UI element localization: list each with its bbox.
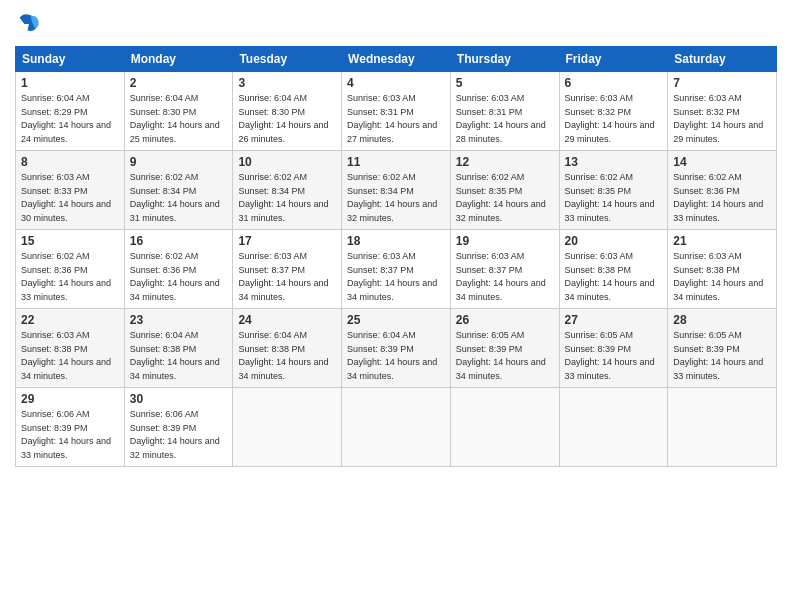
day-number: 11 <box>347 155 445 169</box>
day-number: 1 <box>21 76 119 90</box>
calendar-cell: 11Sunrise: 6:02 AMSunset: 8:34 PMDayligh… <box>342 151 451 230</box>
weekday-header-tuesday: Tuesday <box>233 47 342 72</box>
day-info: Sunrise: 6:02 AMSunset: 8:34 PMDaylight:… <box>130 171 228 225</box>
calendar-week-5: 29Sunrise: 6:06 AMSunset: 8:39 PMDayligh… <box>16 388 777 467</box>
calendar-week-4: 22Sunrise: 6:03 AMSunset: 8:38 PMDayligh… <box>16 309 777 388</box>
calendar-cell: 7Sunrise: 6:03 AMSunset: 8:32 PMDaylight… <box>668 72 777 151</box>
day-number: 12 <box>456 155 554 169</box>
day-number: 29 <box>21 392 119 406</box>
calendar-cell: 17Sunrise: 6:03 AMSunset: 8:37 PMDayligh… <box>233 230 342 309</box>
day-info: Sunrise: 6:04 AMSunset: 8:30 PMDaylight:… <box>238 92 336 146</box>
calendar-cell <box>233 388 342 467</box>
day-number: 24 <box>238 313 336 327</box>
day-number: 16 <box>130 234 228 248</box>
day-number: 6 <box>565 76 663 90</box>
calendar-cell: 15Sunrise: 6:02 AMSunset: 8:36 PMDayligh… <box>16 230 125 309</box>
weekday-header-sunday: Sunday <box>16 47 125 72</box>
calendar-cell: 16Sunrise: 6:02 AMSunset: 8:36 PMDayligh… <box>124 230 233 309</box>
calendar-cell: 18Sunrise: 6:03 AMSunset: 8:37 PMDayligh… <box>342 230 451 309</box>
day-info: Sunrise: 6:02 AMSunset: 8:36 PMDaylight:… <box>21 250 119 304</box>
calendar-cell: 20Sunrise: 6:03 AMSunset: 8:38 PMDayligh… <box>559 230 668 309</box>
calendar-cell: 24Sunrise: 6:04 AMSunset: 8:38 PMDayligh… <box>233 309 342 388</box>
calendar-cell: 2Sunrise: 6:04 AMSunset: 8:30 PMDaylight… <box>124 72 233 151</box>
weekday-header-row: SundayMondayTuesdayWednesdayThursdayFrid… <box>16 47 777 72</box>
calendar-cell: 27Sunrise: 6:05 AMSunset: 8:39 PMDayligh… <box>559 309 668 388</box>
day-info: Sunrise: 6:03 AMSunset: 8:37 PMDaylight:… <box>347 250 445 304</box>
calendar-cell: 28Sunrise: 6:05 AMSunset: 8:39 PMDayligh… <box>668 309 777 388</box>
day-number: 4 <box>347 76 445 90</box>
day-info: Sunrise: 6:02 AMSunset: 8:34 PMDaylight:… <box>347 171 445 225</box>
day-info: Sunrise: 6:03 AMSunset: 8:37 PMDaylight:… <box>456 250 554 304</box>
calendar-cell: 12Sunrise: 6:02 AMSunset: 8:35 PMDayligh… <box>450 151 559 230</box>
day-number: 5 <box>456 76 554 90</box>
day-number: 15 <box>21 234 119 248</box>
day-info: Sunrise: 6:04 AMSunset: 8:38 PMDaylight:… <box>238 329 336 383</box>
day-info: Sunrise: 6:02 AMSunset: 8:35 PMDaylight:… <box>456 171 554 225</box>
day-info: Sunrise: 6:05 AMSunset: 8:39 PMDaylight:… <box>565 329 663 383</box>
calendar-cell: 10Sunrise: 6:02 AMSunset: 8:34 PMDayligh… <box>233 151 342 230</box>
calendar-cell: 5Sunrise: 6:03 AMSunset: 8:31 PMDaylight… <box>450 72 559 151</box>
logo <box>15 10 47 38</box>
calendar-cell: 9Sunrise: 6:02 AMSunset: 8:34 PMDaylight… <box>124 151 233 230</box>
calendar-cell: 4Sunrise: 6:03 AMSunset: 8:31 PMDaylight… <box>342 72 451 151</box>
weekday-header-wednesday: Wednesday <box>342 47 451 72</box>
day-number: 2 <box>130 76 228 90</box>
weekday-header-friday: Friday <box>559 47 668 72</box>
day-number: 25 <box>347 313 445 327</box>
day-info: Sunrise: 6:06 AMSunset: 8:39 PMDaylight:… <box>130 408 228 462</box>
calendar-week-3: 15Sunrise: 6:02 AMSunset: 8:36 PMDayligh… <box>16 230 777 309</box>
calendar-cell: 8Sunrise: 6:03 AMSunset: 8:33 PMDaylight… <box>16 151 125 230</box>
day-number: 8 <box>21 155 119 169</box>
day-info: Sunrise: 6:04 AMSunset: 8:29 PMDaylight:… <box>21 92 119 146</box>
day-number: 19 <box>456 234 554 248</box>
day-info: Sunrise: 6:03 AMSunset: 8:37 PMDaylight:… <box>238 250 336 304</box>
day-number: 14 <box>673 155 771 169</box>
day-info: Sunrise: 6:02 AMSunset: 8:36 PMDaylight:… <box>673 171 771 225</box>
day-info: Sunrise: 6:03 AMSunset: 8:38 PMDaylight:… <box>565 250 663 304</box>
day-info: Sunrise: 6:02 AMSunset: 8:35 PMDaylight:… <box>565 171 663 225</box>
calendar-cell: 1Sunrise: 6:04 AMSunset: 8:29 PMDaylight… <box>16 72 125 151</box>
day-number: 23 <box>130 313 228 327</box>
day-number: 28 <box>673 313 771 327</box>
day-info: Sunrise: 6:03 AMSunset: 8:33 PMDaylight:… <box>21 171 119 225</box>
calendar-cell: 21Sunrise: 6:03 AMSunset: 8:38 PMDayligh… <box>668 230 777 309</box>
calendar-week-2: 8Sunrise: 6:03 AMSunset: 8:33 PMDaylight… <box>16 151 777 230</box>
day-info: Sunrise: 6:04 AMSunset: 8:39 PMDaylight:… <box>347 329 445 383</box>
calendar-cell: 22Sunrise: 6:03 AMSunset: 8:38 PMDayligh… <box>16 309 125 388</box>
calendar-cell: 23Sunrise: 6:04 AMSunset: 8:38 PMDayligh… <box>124 309 233 388</box>
day-number: 18 <box>347 234 445 248</box>
weekday-header-monday: Monday <box>124 47 233 72</box>
day-info: Sunrise: 6:03 AMSunset: 8:31 PMDaylight:… <box>456 92 554 146</box>
day-number: 22 <box>21 313 119 327</box>
weekday-header-thursday: Thursday <box>450 47 559 72</box>
calendar-cell <box>342 388 451 467</box>
calendar-cell <box>668 388 777 467</box>
calendar-cell: 6Sunrise: 6:03 AMSunset: 8:32 PMDaylight… <box>559 72 668 151</box>
day-info: Sunrise: 6:06 AMSunset: 8:39 PMDaylight:… <box>21 408 119 462</box>
day-number: 27 <box>565 313 663 327</box>
day-number: 26 <box>456 313 554 327</box>
day-info: Sunrise: 6:05 AMSunset: 8:39 PMDaylight:… <box>673 329 771 383</box>
day-info: Sunrise: 6:03 AMSunset: 8:32 PMDaylight:… <box>565 92 663 146</box>
calendar-cell: 29Sunrise: 6:06 AMSunset: 8:39 PMDayligh… <box>16 388 125 467</box>
day-number: 3 <box>238 76 336 90</box>
day-number: 17 <box>238 234 336 248</box>
day-info: Sunrise: 6:05 AMSunset: 8:39 PMDaylight:… <box>456 329 554 383</box>
day-number: 20 <box>565 234 663 248</box>
calendar-cell: 30Sunrise: 6:06 AMSunset: 8:39 PMDayligh… <box>124 388 233 467</box>
day-info: Sunrise: 6:03 AMSunset: 8:38 PMDaylight:… <box>21 329 119 383</box>
calendar-table: SundayMondayTuesdayWednesdayThursdayFrid… <box>15 46 777 467</box>
day-number: 7 <box>673 76 771 90</box>
day-number: 30 <box>130 392 228 406</box>
day-info: Sunrise: 6:03 AMSunset: 8:38 PMDaylight:… <box>673 250 771 304</box>
calendar-cell: 26Sunrise: 6:05 AMSunset: 8:39 PMDayligh… <box>450 309 559 388</box>
weekday-header-saturday: Saturday <box>668 47 777 72</box>
calendar-cell: 19Sunrise: 6:03 AMSunset: 8:37 PMDayligh… <box>450 230 559 309</box>
calendar-cell <box>559 388 668 467</box>
day-info: Sunrise: 6:03 AMSunset: 8:31 PMDaylight:… <box>347 92 445 146</box>
day-number: 9 <box>130 155 228 169</box>
calendar-week-1: 1Sunrise: 6:04 AMSunset: 8:29 PMDaylight… <box>16 72 777 151</box>
calendar-cell: 25Sunrise: 6:04 AMSunset: 8:39 PMDayligh… <box>342 309 451 388</box>
day-info: Sunrise: 6:03 AMSunset: 8:32 PMDaylight:… <box>673 92 771 146</box>
day-info: Sunrise: 6:02 AMSunset: 8:34 PMDaylight:… <box>238 171 336 225</box>
